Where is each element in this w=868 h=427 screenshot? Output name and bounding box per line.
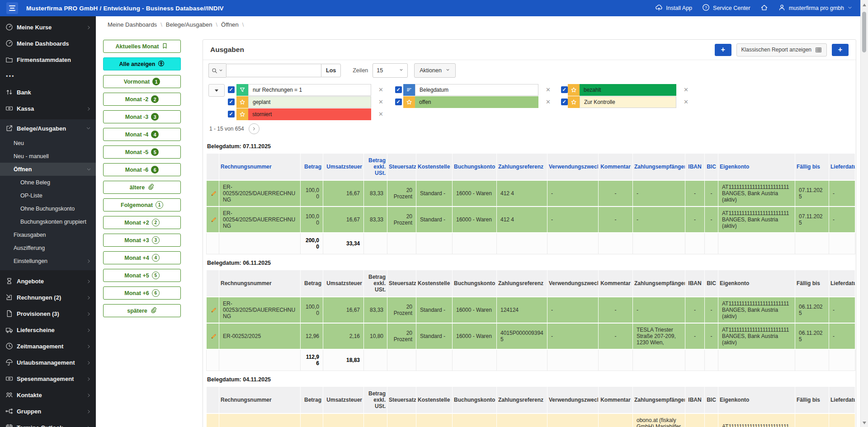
- actions-button[interactable]: Aktionen: [414, 63, 456, 78]
- service-center-button[interactable]: ? Service Center: [702, 4, 750, 13]
- column-header-kostenstelle[interactable]: Kostenstelle: [416, 387, 453, 414]
- sidebar-item-gruppen[interactable]: Gruppen: [0, 403, 96, 419]
- sidebar-item-ohne-beleg[interactable]: Ohne Beleg: [0, 176, 96, 189]
- column-header-umsatzsteuer[interactable]: Umsatzsteuer: [323, 154, 364, 181]
- column-header-verwendungszweck[interactable]: Verwendungszweck: [547, 387, 599, 414]
- filter-chip-geplant[interactable]: geplant: [236, 96, 371, 108]
- chip-remove-button[interactable]: ✕: [546, 99, 551, 105]
- sidebar-item-rechnungen-2[interactable]: Rechnungen (2): [0, 289, 96, 305]
- add-row-button[interactable]: +: [832, 44, 849, 56]
- column-header-verwendungszweck[interactable]: Verwendungszweck: [547, 154, 599, 181]
- column-header-zahlungsreferenz[interactable]: Zahlungsreferenz: [497, 270, 547, 297]
- month-button-aktuelles-monat[interactable]: Aktuelles Monat: [103, 40, 181, 53]
- column-header-fällig-bis[interactable]: Fällig bis: [795, 387, 829, 414]
- column-header-zahlungsempfänger[interactable]: Zahlungsempfänger: [633, 154, 685, 181]
- month-button-ältere[interactable]: ältere: [103, 181, 181, 194]
- breadcrumb-item-belege-ausgaben[interactable]: Belege/Ausgaben: [166, 21, 212, 28]
- filter-chip-nur-rechnungen-1[interactable]: nur Rechnungen = 1: [236, 84, 371, 96]
- filters-dropdown-button[interactable]: [208, 84, 225, 97]
- edit-button[interactable]: [207, 297, 219, 323]
- filter-chip-bezahlt[interactable]: bezahlt: [568, 84, 676, 96]
- sidebar-item-lieferscheine[interactable]: Lieferscheine: [0, 322, 96, 338]
- home-button[interactable]: [760, 4, 768, 13]
- column-header-betrag[interactable]: Betrag: [301, 270, 323, 297]
- sidebar-item-termine-outlook[interactable]: Termine Outlook: [0, 419, 96, 427]
- column-header-verwendungszweck[interactable]: Verwendungszweck: [547, 270, 599, 297]
- column-header-kommentar[interactable]: Kommentar: [599, 270, 633, 297]
- chip-checkbox[interactable]: [395, 99, 402, 105]
- scroll-down-icon[interactable]: [863, 422, 866, 424]
- column-header-kommentar[interactable]: Kommentar: [599, 387, 633, 414]
- column-header-umsatzsteuer[interactable]: Umsatzsteuer: [323, 270, 364, 297]
- column-header-steuersatz[interactable]: Steuersatz: [387, 387, 416, 414]
- account-menu[interactable]: musterfirma pro gmbh: [778, 4, 853, 13]
- month-button-monat-+5[interactable]: Monat +55: [103, 269, 181, 282]
- filter-chip-offen[interactable]: offen: [403, 96, 538, 108]
- install-app-button[interactable]: Install App: [655, 4, 692, 13]
- month-button-monat-+2[interactable]: Monat +22: [103, 216, 181, 229]
- month-button-alle-anzeigen[interactable]: Alle anzeigen: [103, 57, 181, 70]
- column-header-fällig-bis[interactable]: Fällig bis: [795, 270, 829, 297]
- sidebar-item-urlaubsmanagement[interactable]: Urlaubsmanagement: [0, 354, 96, 371]
- sidebar-item-einstellungen[interactable]: Einstellungen: [0, 254, 96, 267]
- breadcrumb-item-meine-dashboards[interactable]: Meine Dashboards: [108, 21, 157, 28]
- go-button[interactable]: Los: [321, 64, 341, 77]
- column-header-kostenstelle[interactable]: Kostenstelle: [416, 154, 453, 181]
- column-header-umsatzsteuer[interactable]: Umsatzsteuer: [323, 387, 364, 414]
- month-button-spätere[interactable]: spätere: [103, 304, 181, 317]
- column-header-betrag[interactable]: Betrag: [301, 154, 323, 181]
- scroll-up-icon[interactable]: [863, 4, 866, 6]
- column-header-zahlungsempfänger[interactable]: Zahlungsempfänger: [633, 270, 685, 297]
- sidebar-item-zeitmanagement[interactable]: Zeitmanagement: [0, 338, 96, 354]
- chip-remove-button[interactable]: ✕: [684, 86, 689, 93]
- sidebar-item-kontakte[interactable]: Kontakte: [0, 387, 96, 403]
- classic-report-button[interactable]: Klassischen Report anzeigen: [736, 43, 827, 56]
- sidebar-item-bank[interactable]: Bank: [0, 84, 96, 100]
- month-button-vormonat[interactable]: Vormonat1: [103, 75, 181, 88]
- column-header-steuersatz[interactable]: Steuersatz: [387, 270, 416, 297]
- add-button[interactable]: +: [715, 44, 731, 56]
- column-header-fällig-bis[interactable]: Fällig bis: [795, 154, 829, 181]
- column-header-iban[interactable]: IBAN: [685, 387, 705, 414]
- sidebar-item-öffnen[interactable]: Öffnen: [0, 163, 96, 176]
- column-header-rechnungsnummer[interactable]: Rechnungsnummer: [219, 387, 301, 414]
- column-header-zahlungsreferenz[interactable]: Zahlungsreferenz: [497, 387, 547, 414]
- column-header-bic[interactable]: BIC: [705, 270, 718, 297]
- sidebar-item-neu[interactable]: Neu: [0, 136, 96, 150]
- month-button-monat-+3[interactable]: Monat +33: [103, 234, 181, 247]
- column-header-betrag-exkl-ust[interactable]: Betrag exkl. USt.: [364, 270, 387, 297]
- sidebar-item-item[interactable]: •••: [0, 68, 96, 84]
- column-header-zahlungsreferenz[interactable]: Zahlungsreferenz: [497, 154, 547, 181]
- rows-select[interactable]: 15: [373, 63, 408, 78]
- column-header-iban[interactable]: IBAN: [685, 154, 705, 181]
- sidebar-item-angebote[interactable]: Angebote: [0, 273, 96, 289]
- sidebar-item-belege-ausgaben[interactable]: Belege/Ausgaben: [0, 120, 96, 136]
- chip-remove-button[interactable]: ✕: [684, 99, 689, 105]
- column-header-rechnungsnummer[interactable]: Rechnungsnummer: [219, 154, 301, 181]
- filter-chip-storniert[interactable]: storniert: [236, 108, 371, 120]
- sidebar-item-kassa[interactable]: Kassa: [0, 100, 96, 117]
- month-button-monat-3[interactable]: Monat -33: [103, 110, 181, 123]
- edit-button[interactable]: [207, 323, 219, 349]
- column-header-eigenkonto[interactable]: Eigenkonto: [718, 154, 795, 181]
- search-dropdown-button[interactable]: [208, 63, 226, 78]
- month-button-monat-+4[interactable]: Monat +44: [103, 251, 181, 264]
- column-header-buchungskonto[interactable]: Buchungskonto: [453, 387, 497, 414]
- column-header-lieferdatum[interactable]: Lieferdatum: [829, 270, 855, 297]
- chip-remove-button[interactable]: ✕: [546, 86, 551, 93]
- sidebar-item-op-liste[interactable]: OP-Liste: [0, 189, 96, 202]
- sidebar-item-neu-manuell[interactable]: Neu - manuell: [0, 150, 96, 163]
- column-header-kommentar[interactable]: Kommentar: [599, 154, 633, 181]
- hamburger-menu-icon[interactable]: [6, 2, 18, 14]
- month-button-monat-4[interactable]: Monat -44: [103, 128, 181, 141]
- column-header-bic[interactable]: BIC: [705, 387, 718, 414]
- chip-checkbox[interactable]: [228, 86, 235, 93]
- sidebar-item-meine-kurse[interactable]: Meine Kurse: [0, 19, 96, 35]
- chip-checkbox[interactable]: [395, 86, 402, 93]
- chip-checkbox[interactable]: [561, 86, 568, 93]
- month-button-monat-5[interactable]: Monat -55: [103, 145, 181, 159]
- chip-checkbox[interactable]: [228, 99, 235, 105]
- sidebar-item-firmenstammdaten[interactable]: Firmenstammdaten: [0, 52, 96, 68]
- sidebar-item-ohne-buchungskonto[interactable]: Ohne Buchungskonto: [0, 202, 96, 215]
- filter-chip-zur-kontrolle[interactable]: Zur Kontrolle: [568, 96, 676, 108]
